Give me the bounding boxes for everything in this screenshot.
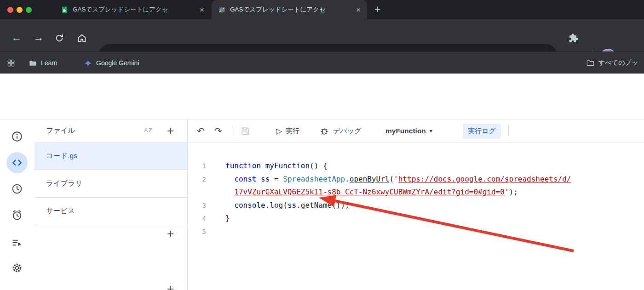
editor-nav-item[interactable] [6,152,28,173]
function-selector[interactable]: myFunction ▾ [385,119,432,142]
close-tab-icon[interactable]: × [356,6,361,14]
executions-nav-item[interactable] [6,232,28,253]
info-icon [11,131,23,142]
bookmark-label: Google Gemini [96,59,139,67]
browser-tab-strip: GASでスプレッドシートにアクセ × GASでスプレッドシートにアクセ × + [0,0,644,19]
history-clock-icon [11,183,23,195]
debug-button[interactable]: デバッグ [319,119,361,142]
bookmarks-bar: Learn Google Gemini すべてのブッ [0,51,644,74]
bookmark-label: Learn [41,59,58,67]
debug-bug-icon [319,126,329,136]
selected-function-name: myFunction [385,127,426,135]
chevron-down-icon: ▾ [430,128,432,134]
sort-files-icon[interactable]: AZ [144,127,153,134]
redo-button[interactable]: ↷ [214,119,222,142]
all-bookmarks-label: すべてのブッ [598,59,638,67]
debug-label: デバッグ [333,127,361,136]
extensions-puzzle-icon[interactable] [568,33,579,44]
execution-log-button[interactable]: 実行ログ [463,124,501,139]
add-library-button[interactable]: + [167,227,174,241]
code-line[interactable]: console.log(ss.getName()); [225,199,644,212]
screen: GASでスプレッドシートにアクセ × GASでスプレッドシートにアクセ × + … [0,0,644,290]
file-item-code-gs[interactable]: コード.gs [34,142,187,170]
project-history-nav-item[interactable] [6,178,28,199]
line-number-gutter: 12345 [188,143,210,290]
save-project-button[interactable] [240,119,251,142]
tab-title: GASでスプレッドシートにアクセ [73,6,196,14]
settings-nav-item[interactable] [6,257,28,279]
close-tab-icon[interactable]: × [200,6,204,14]
toolbar-divider [232,125,232,136]
minimize-window-button[interactable] [17,7,23,13]
reload-button[interactable] [54,33,64,43]
code-line[interactable]: const ss = SpreadsheetApp.openByUrl('htt… [225,173,644,186]
libraries-section[interactable]: ライブラリ + [34,170,187,198]
executions-list-icon [11,237,23,249]
gear-icon [11,262,23,274]
line-number: 5 [188,225,206,239]
apps-script-header: Apps Script GASでスプレッドシートにアクセスする デプロイ ▾ ? [0,74,644,119]
section-label: ライブラリ [46,179,82,188]
line-number: 4 [188,212,206,225]
code-lines[interactable]: function myFunction() { const ss = Sprea… [210,143,644,290]
editor-toolbar: ↶ ↷ ▷ 実行 デバッグ [188,119,644,142]
code-line[interactable]: 17vVZurGXaLVQ6EZ5kI1-s8b_CcT-Nz6xwyCUBWm… [225,186,644,199]
google-sheets-icon [61,6,69,14]
folder-icon [29,59,37,68]
line-number: 3 [188,199,206,212]
add-file-button[interactable]: + [167,124,174,138]
execution-log-label: 実行ログ [468,127,496,136]
apps-script-icon [218,6,226,14]
services-section[interactable]: サービス + [34,198,187,225]
tab-title: GASでスプレッドシートにアクセ [230,6,352,14]
line-number [188,186,206,199]
triggers-nav-item[interactable] [6,205,28,226]
gemini-icon [84,59,92,68]
files-header-label: ファイル [46,126,75,136]
close-window-button[interactable] [7,7,13,13]
browser-tab-apps-script[interactable]: GASでスプレッドシートにアクセ × [212,0,367,19]
fullscreen-window-button[interactable] [26,7,32,13]
bookmark-folder-learn[interactable]: Learn [29,52,58,74]
all-bookmarks-button[interactable]: すべてのブッ [586,52,638,74]
code-area[interactable]: 12345 function myFunction() { const ss =… [188,143,644,290]
line-number: 1 [188,159,206,173]
run-icon: ▷ [276,127,282,135]
line-number: 2 [188,173,206,186]
add-service-button[interactable]: + [167,282,174,290]
alarm-clock-icon [11,209,23,221]
files-panel-header: ファイル AZ + [34,119,187,142]
bookmark-google-gemini[interactable]: Google Gemini [84,52,139,74]
forward-button[interactable]: → [33,31,44,44]
undo-button[interactable]: ↶ [197,119,205,142]
code-icon [11,156,23,169]
back-button[interactable]: ← [11,31,22,44]
browser-tab-sheets[interactable]: GASでスプレッドシートにアクセ × [54,0,211,19]
toolbar-divider [508,125,509,136]
home-button[interactable] [76,33,87,44]
run-label: 実行 [286,127,299,136]
browser-toolbar: ← → script.google.com/u/0/home/projects/… [0,19,644,51]
code-line[interactable]: } [225,212,644,225]
apps-grid-icon[interactable] [6,58,16,68]
code-line[interactable] [225,225,644,239]
files-panel: ファイル AZ + コード.gs ライブラリ + サービス + [34,119,188,290]
redo-icon: ↷ [214,126,222,136]
code-editor: ↶ ↷ ▷ 実行 デバッグ [188,119,644,290]
run-button[interactable]: ▷ 実行 [276,119,299,142]
new-tab-button[interactable]: + [374,3,380,16]
overview-nav-item[interactable] [6,126,28,147]
code-line[interactable]: function myFunction() { [225,159,644,173]
section-label: サービス [46,206,75,216]
file-name: コード.gs [46,151,77,161]
save-icon [240,126,251,136]
undo-icon: ↶ [197,126,205,136]
folder-icon [586,59,595,68]
